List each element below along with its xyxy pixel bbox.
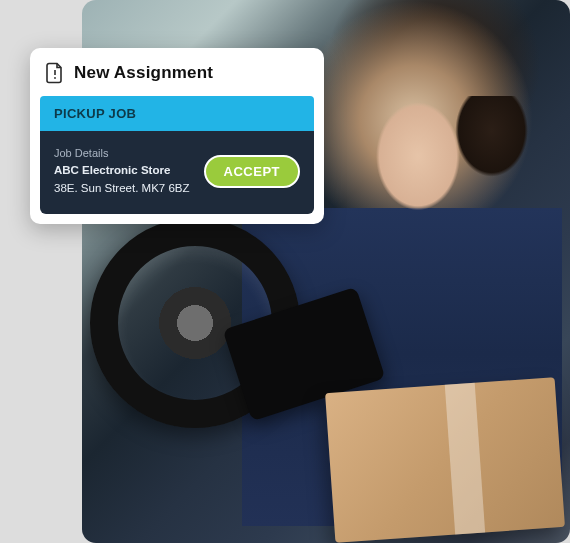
accept-button[interactable]: ACCEPT xyxy=(204,155,300,188)
job-details: Job Details ABC Electronic Store 38E. Su… xyxy=(54,145,190,198)
assignment-card: New Assignment PICKUP JOB Job Details AB… xyxy=(30,48,324,224)
card-title: New Assignment xyxy=(74,63,213,83)
job-address: 38E. Sun Street. MK7 6BZ xyxy=(54,180,190,198)
job-details-label: Job Details xyxy=(54,145,190,162)
job-body: Job Details ABC Electronic Store 38E. Su… xyxy=(40,131,314,214)
card-header: New Assignment xyxy=(40,58,314,96)
svg-point-1 xyxy=(54,77,56,79)
document-alert-icon xyxy=(46,62,64,84)
package-box xyxy=(325,377,565,543)
job-store-name: ABC Electronic Store xyxy=(54,162,190,180)
job-type-bar: PICKUP JOB xyxy=(40,96,314,131)
